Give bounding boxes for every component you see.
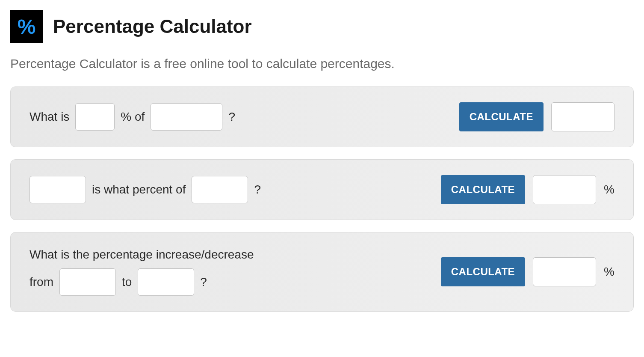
result-output[interactable] <box>533 175 596 204</box>
text-question-mark: ? <box>254 183 261 196</box>
calc-row: is what percent of ? <box>30 176 261 203</box>
calc-right: CALCULATE <box>459 102 614 131</box>
percent-unit-label: % <box>604 183 614 196</box>
value-b-input[interactable] <box>192 176 248 203</box>
percent-symbol: % <box>18 15 36 39</box>
calc-left: is what percent of ? <box>30 176 261 203</box>
to-input[interactable] <box>138 268 194 296</box>
calc-left: What is the percentage increase/decrease… <box>30 248 254 296</box>
calculate-button[interactable]: CALCULATE <box>441 175 525 204</box>
percent-unit-label: % <box>604 265 614 279</box>
result-output[interactable] <box>551 102 614 131</box>
text-to: to <box>122 275 132 289</box>
percent-input[interactable] <box>75 103 115 131</box>
calc-row-line1: What is the percentage increase/decrease <box>30 248 254 262</box>
text-percent-of: % of <box>121 110 145 124</box>
text-what-is: What is <box>30 110 69 124</box>
result-output[interactable] <box>533 257 596 286</box>
value-input[interactable] <box>151 103 222 131</box>
text-question-mark: ? <box>200 275 207 289</box>
percent-logo-icon: % <box>10 10 43 43</box>
calc-row-line2: from to ? <box>30 268 254 296</box>
calculate-button[interactable]: CALCULATE <box>441 257 525 286</box>
calc-right: CALCULATE % <box>441 175 614 204</box>
calc-card-increase-decrease: What is the percentage increase/decrease… <box>10 232 634 312</box>
value-a-input[interactable] <box>30 176 86 203</box>
calculate-button[interactable]: CALCULATE <box>459 102 544 131</box>
from-input[interactable] <box>59 268 116 296</box>
text-from: from <box>30 275 53 289</box>
page-description: Percentage Calculator is a free online t… <box>10 57 634 71</box>
text-increase-decrease: What is the percentage increase/decrease <box>30 248 254 262</box>
calc-left: What is % of ? <box>30 103 235 131</box>
calc-row: What is % of ? <box>30 103 235 131</box>
calc-right: CALCULATE % <box>441 257 614 286</box>
page-title: Percentage Calculator <box>53 16 252 37</box>
page-header: % Percentage Calculator <box>10 10 634 43</box>
calc-card-what-percent: is what percent of ? CALCULATE % <box>10 159 634 220</box>
text-is-what-percent-of: is what percent of <box>92 183 186 196</box>
calc-card-percent-of: What is % of ? CALCULATE <box>10 86 634 147</box>
text-question-mark: ? <box>228 110 235 124</box>
